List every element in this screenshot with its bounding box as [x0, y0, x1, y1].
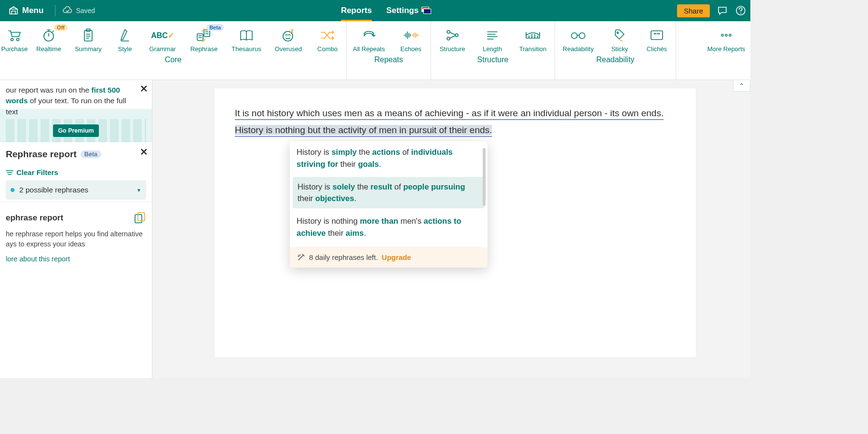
menu-label: Menu — [22, 6, 43, 15]
caret-down-icon: ▼ — [136, 188, 141, 193]
ribbon-purchase[interactable]: Purchase — [0, 23, 29, 53]
reports-ribbon: Purchase Off Realtime Summary Style ABC✓… — [0, 21, 750, 80]
ribbon-readability-label: Readability — [563, 45, 594, 53]
svg-point-19 — [725, 34, 727, 36]
svg-point-14 — [579, 33, 585, 39]
panel-title-row: Rephrase report Beta — [6, 149, 146, 160]
collapse-panel-button[interactable]: ⌃ — [733, 80, 750, 92]
ribbon-all-repeats[interactable]: All Repeats — [347, 23, 391, 53]
svg-point-13 — [571, 33, 577, 39]
tab-reports[interactable]: Reports — [341, 0, 372, 21]
tab-settings-label: Settings — [386, 6, 419, 15]
help-link[interactable]: lore about this report — [6, 255, 146, 263]
divider — [55, 5, 55, 16]
rephrase-suggestion-3[interactable]: History is nothing more than men's actio… — [290, 210, 488, 244]
ribbon-summary-label: Summary — [75, 45, 102, 53]
panel-close-button[interactable]: ✕ — [140, 146, 148, 158]
ribbon-structure[interactable]: Structure — [431, 23, 474, 53]
ribbon-sticky[interactable]: Sticky — [601, 23, 638, 53]
sidebar: ✕ our report was run on the first 500 wo… — [0, 80, 152, 378]
quotes-icon: "" — [650, 27, 664, 43]
ribbon-realtime-label: Realtime — [36, 45, 61, 53]
panel-beta-badge: Beta — [81, 150, 101, 158]
clear-filters-button[interactable]: Clear Filters — [6, 168, 146, 176]
ribbon-transition[interactable]: Transition — [511, 23, 555, 53]
saved-indicator: Saved — [62, 6, 95, 15]
ribbon-cliches-label: Clichés — [647, 45, 667, 53]
ribbon-summary[interactable]: Summary — [68, 23, 108, 53]
editor-card[interactable]: It is not history which uses men as a me… — [214, 88, 696, 358]
saved-label: Saved — [76, 7, 95, 14]
ribbon-grammar-label: Grammar — [149, 45, 176, 53]
popup-footer: 8 daily rephrases left. Upgrade — [290, 247, 488, 268]
ribbon-echoes-label: Echoes — [400, 45, 421, 53]
body: ✕ our report was run on the first 500 wo… — [0, 80, 750, 378]
cart-icon — [7, 27, 22, 43]
ribbon-echoes[interactable]: Echoes — [391, 23, 431, 53]
ribbon-all-repeats-label: All Repeats — [353, 45, 385, 53]
ribbon-combo[interactable]: Combo — [309, 23, 346, 53]
share-button[interactable]: Share — [677, 4, 710, 17]
clear-filters-label: Clear Filters — [16, 168, 58, 176]
help-title: ephrase report — [6, 213, 63, 223]
group-core-label: Core — [0, 53, 346, 69]
help-text: he rephrase report helps you find altern… — [6, 229, 146, 249]
feedback-icon[interactable] — [717, 5, 728, 16]
filter-icon — [6, 169, 14, 176]
ribbon-readability[interactable]: Readability — [555, 23, 601, 53]
svg-rect-7 — [197, 34, 203, 41]
pen-icon — [119, 27, 131, 43]
dot-icon — [11, 188, 14, 192]
ribbon-length[interactable]: Length — [474, 23, 511, 53]
filter-possible-rephrases[interactable]: 2 possible rephrases ▼ — [6, 180, 146, 200]
ribbon-more-reports[interactable]: More Reports — [705, 23, 747, 63]
svg-rect-22 — [138, 213, 145, 221]
help-box: ephrase report he rephrase report helps … — [0, 202, 152, 266]
rephrase-suggestion-2[interactable]: History is solely the result of people p… — [293, 177, 485, 209]
ribbon-overused[interactable]: Overused — [268, 23, 309, 53]
svg-text:"": "" — [653, 31, 660, 39]
tab-settings[interactable]: Settings — [386, 0, 431, 21]
ribbon-realtime[interactable]: Off Realtime — [29, 23, 68, 53]
stopwatch-icon — [41, 27, 56, 43]
rephrase-popup: History is simply the actions of individ… — [290, 141, 488, 268]
book-icon — [239, 27, 254, 43]
report-panel: ✕ Rephrase report Beta Clear Filters 2 p… — [0, 142, 152, 202]
svg-rect-5 — [84, 30, 92, 41]
premium-bold-2: words — [6, 96, 28, 105]
upgrade-link[interactable]: Upgrade — [382, 253, 411, 261]
ribbon-rephrase[interactable]: Beta Rephrase — [183, 23, 225, 53]
ribbon-thesaurus[interactable]: Thesaurus — [225, 23, 268, 53]
premium-banner: ✕ our report was run on the first 500 wo… — [0, 80, 152, 142]
language-flags-icon — [421, 7, 431, 14]
sentence-1[interactable]: It is not history which uses men as a me… — [235, 108, 664, 118]
sentence-2-selected[interactable]: History is nothing but the activity of m… — [235, 125, 492, 135]
svg-rect-8 — [204, 30, 210, 37]
sleepy-face-icon — [281, 27, 296, 43]
svg-point-11 — [447, 37, 450, 40]
books-illustration: Go Premium — [6, 119, 146, 142]
help-icon[interactable] — [735, 5, 746, 16]
svg-point-15 — [617, 32, 618, 33]
ribbon-style[interactable]: Style — [108, 23, 142, 53]
main-area: ⌃ It is not history which uses men as a … — [152, 80, 750, 378]
panel-title: Rephrase report — [6, 149, 77, 160]
ribbon-grammar[interactable]: ABC✓ Grammar — [142, 23, 183, 53]
ribbon-cliches[interactable]: "" Clichés — [638, 23, 676, 53]
go-premium-button[interactable]: Go Premium — [53, 124, 98, 137]
tab-reports-label: Reports — [341, 6, 372, 15]
popup-footer-text: 8 daily rephrases left. — [309, 253, 378, 261]
clipboard-icon — [81, 27, 95, 43]
tag-icon — [613, 27, 626, 43]
ribbon-structure-label: Structure — [440, 45, 465, 53]
menu-button[interactable]: Menu — [4, 6, 48, 15]
popup-scrollbar[interactable] — [483, 148, 486, 206]
premium-close-button[interactable]: ✕ — [140, 83, 148, 95]
document-text[interactable]: It is not history which uses men as a me… — [235, 105, 676, 138]
rephrase-suggestion-1[interactable]: History is simply the actions of individ… — [290, 141, 488, 175]
group-repeats-label: Repeats — [347, 53, 431, 69]
svg-point-9 — [283, 31, 293, 41]
svg-rect-21 — [135, 215, 142, 223]
group-structure-label: Structure — [431, 53, 555, 69]
realtime-off-badge: Off — [54, 24, 68, 31]
